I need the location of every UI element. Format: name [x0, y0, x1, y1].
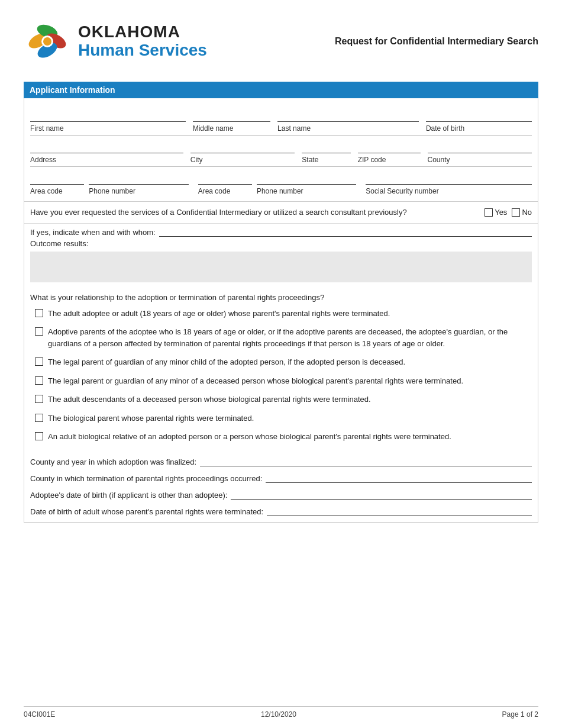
svg-point-5: [43, 37, 51, 46]
yes-checkbox-label[interactable]: Yes: [485, 208, 507, 217]
outcome-box[interactable]: [30, 252, 532, 282]
bottom-label-2: County in which termination of parental …: [30, 474, 262, 483]
no-checkbox-label[interactable]: No: [512, 208, 532, 217]
if-yes-label: If yes, indicate when and with whom:: [30, 228, 156, 237]
bottom-field-4: Date of birth of adult whose parent's pa…: [30, 505, 532, 516]
option-5-checkbox[interactable]: [35, 395, 43, 403]
option-5: The adult descendants of a deceased pers…: [30, 394, 532, 405]
option-4-text: The legal parent or guardian of any mino…: [48, 375, 463, 387]
questions-area: Have you ever requested the services of …: [24, 202, 538, 523]
county-label: County: [428, 156, 532, 164]
footer-page: Page 1 of 2: [502, 710, 538, 719]
q1-text: Have you ever requested the services of …: [30, 207, 485, 218]
name-row: First name Middle name Last name Date of…: [30, 104, 532, 136]
first-name-label: First name: [30, 124, 186, 133]
option-5-text: The adult descendants of a deceased pers…: [48, 394, 371, 405]
logo-text: OKLAHOMA Human Services: [78, 23, 207, 60]
option-2-text: Adoptive parents of the adoptee who is 1…: [48, 326, 532, 349]
city-label: City: [190, 156, 295, 164]
bottom-field-3: Adoptee's date of birth (if applicant is…: [30, 489, 532, 500]
state-group: State: [302, 140, 357, 164]
phone-2-input[interactable]: [257, 172, 356, 185]
footer: 04CI001E 12/10/2020 Page 1 of 2: [24, 706, 538, 719]
option-2-checkbox[interactable]: [35, 327, 43, 336]
zip-label: ZIP code: [358, 156, 421, 164]
yes-label: Yes: [495, 208, 507, 217]
option-1: The adult adoptee or adult (18 years of …: [30, 308, 532, 320]
last-name-input[interactable]: [277, 109, 419, 122]
option-7-text: An adult biological relative of an adopt…: [48, 431, 451, 443]
phone-1-label: Phone number: [89, 187, 188, 195]
phone-2-label: Phone number: [257, 187, 356, 195]
logo-human-services: Human Services: [78, 41, 207, 60]
address-row: Address City State ZIP code County: [30, 136, 532, 167]
first-name-input[interactable]: [30, 109, 186, 122]
q1-row: Have you ever requested the services of …: [30, 207, 532, 218]
ssn-input[interactable]: [366, 172, 532, 185]
last-name-group: Last name: [277, 109, 426, 133]
bottom-label-4: Date of birth of adult whose parent's pa…: [30, 507, 263, 516]
option-6-text: The biological parent whose parental rig…: [48, 413, 254, 424]
footer-date: 12/10/2020: [261, 710, 296, 719]
option-7: An adult biological relative of an adopt…: [30, 431, 532, 443]
option-6-checkbox[interactable]: [35, 414, 43, 422]
applicant-form: First name Middle name Last name Date of…: [24, 98, 538, 202]
no-label: No: [522, 208, 532, 217]
logo-oklahoma: OKLAHOMA: [78, 23, 207, 41]
address-label: Address: [30, 156, 183, 164]
middle-name-input[interactable]: [193, 109, 270, 122]
option-4: The legal parent or guardian of any mino…: [30, 375, 532, 387]
address-input[interactable]: [30, 140, 183, 153]
bottom-label-1: County and year in which adoption was fi…: [30, 458, 196, 466]
phone-row: Area code Phone number Area code Phone n…: [30, 167, 532, 198]
area-code-2-label: Area code: [198, 187, 252, 195]
state-label: State: [302, 156, 350, 164]
middle-name-group: Middle name: [193, 109, 277, 133]
county-group: County: [428, 140, 532, 164]
option-6: The biological parent whose parental rig…: [30, 413, 532, 424]
yes-checkbox[interactable]: [485, 208, 493, 217]
option-3-checkbox[interactable]: [35, 357, 43, 366]
bottom-label-3: Adoptee's date of birth (if applicant is…: [30, 491, 227, 500]
bottom-field-2: County in which termination of parental …: [30, 472, 532, 483]
area-code-2-group: Area code: [198, 172, 257, 195]
outcome-label: Outcome results:: [24, 237, 538, 249]
bottom-input-3[interactable]: [231, 489, 532, 500]
area-code-1-group: Area code: [30, 172, 89, 195]
bottom-input-2[interactable]: [266, 472, 532, 483]
zip-input[interactable]: [358, 140, 421, 153]
ssn-group: Social Security number: [366, 172, 532, 195]
bottom-fields: County and year in which adoption was fi…: [24, 450, 538, 516]
if-yes-input[interactable]: [159, 226, 532, 237]
logo-icon: [24, 18, 71, 65]
header-title: Request for Confidential Intermediary Se…: [335, 36, 538, 47]
area-code-2-input[interactable]: [198, 172, 252, 185]
option-1-text: The adult adoptee or adult (18 years of …: [48, 308, 390, 320]
zip-group: ZIP code: [358, 140, 428, 164]
phone-1-group: Phone number: [89, 172, 198, 195]
bottom-input-4[interactable]: [267, 505, 532, 516]
yes-no-area: Yes No: [485, 207, 532, 217]
area-code-1-label: Area code: [30, 187, 84, 195]
no-checkbox[interactable]: [512, 208, 520, 217]
bottom-input-1[interactable]: [200, 456, 532, 466]
option-1-checkbox[interactable]: [35, 309, 43, 317]
area-code-1-input[interactable]: [30, 172, 84, 185]
option-7-checkbox[interactable]: [35, 432, 43, 440]
phone-1-input[interactable]: [89, 172, 188, 185]
relationship-section: What is your relationship to the adoptio…: [24, 287, 538, 443]
option-3: The legal parent of guardian of any mino…: [30, 356, 532, 368]
dob-input[interactable]: [426, 109, 532, 122]
county-input[interactable]: [428, 140, 532, 153]
city-input[interactable]: [190, 140, 295, 153]
last-name-label: Last name: [277, 124, 419, 133]
first-name-group: First name: [30, 109, 193, 133]
header: OKLAHOMA Human Services Request for Conf…: [24, 18, 538, 65]
state-input[interactable]: [302, 140, 350, 153]
option-4-checkbox[interactable]: [35, 376, 43, 385]
form-number: 04CI001E: [24, 710, 55, 719]
if-yes-row: If yes, indicate when and with whom:: [24, 224, 538, 237]
phone-2-group: Phone number: [257, 172, 366, 195]
ssn-label: Social Security number: [366, 187, 532, 195]
middle-name-label: Middle name: [193, 124, 270, 133]
